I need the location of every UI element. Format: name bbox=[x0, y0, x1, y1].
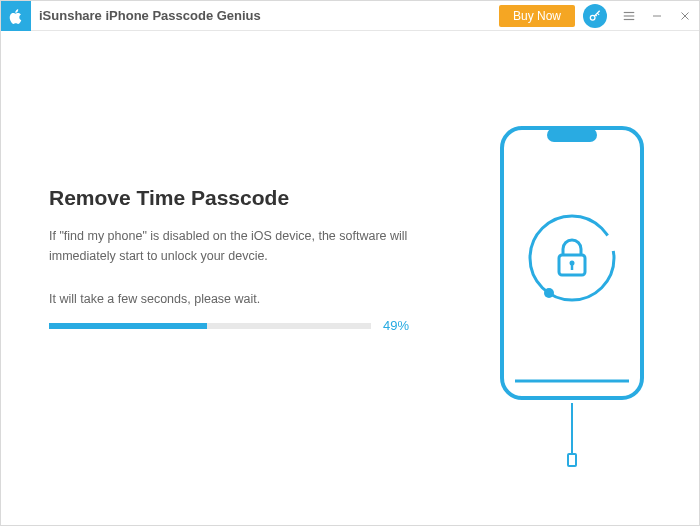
svg-point-13 bbox=[570, 261, 575, 266]
phone-illustration bbox=[497, 123, 647, 453]
content-area: Remove Time Passcode If "find my phone" … bbox=[1, 31, 699, 525]
menu-icon[interactable] bbox=[615, 1, 643, 31]
lock-icon bbox=[559, 240, 585, 275]
right-panel bbox=[477, 81, 667, 495]
description-text: If "find my phone" is disabled on the iO… bbox=[49, 226, 409, 266]
svg-point-11 bbox=[544, 288, 554, 298]
svg-rect-8 bbox=[547, 128, 597, 142]
app-title: iSunshare iPhone Passcode Genius bbox=[39, 1, 261, 31]
progress-percent-label: 49% bbox=[383, 318, 409, 333]
app-window: iSunshare iPhone Passcode Genius Buy Now… bbox=[0, 0, 700, 526]
progress-fill bbox=[49, 323, 207, 329]
buy-now-label: Buy Now bbox=[513, 9, 561, 23]
close-button[interactable] bbox=[671, 1, 699, 31]
apple-icon bbox=[1, 1, 31, 31]
page-title: Remove Time Passcode bbox=[49, 186, 457, 210]
minimize-button[interactable] bbox=[643, 1, 671, 31]
progress-bar: 49% bbox=[49, 318, 409, 333]
wait-text: It will take a few seconds, please wait. bbox=[49, 292, 457, 306]
titlebar: iSunshare iPhone Passcode Genius Buy Now bbox=[1, 1, 699, 31]
svg-point-10 bbox=[530, 216, 614, 300]
progress-track bbox=[49, 323, 371, 329]
left-panel: Remove Time Passcode If "find my phone" … bbox=[49, 81, 477, 495]
cable-plug-icon bbox=[567, 453, 577, 467]
svg-point-0 bbox=[590, 15, 595, 20]
key-icon[interactable] bbox=[583, 4, 607, 28]
buy-now-button[interactable]: Buy Now bbox=[499, 5, 575, 27]
